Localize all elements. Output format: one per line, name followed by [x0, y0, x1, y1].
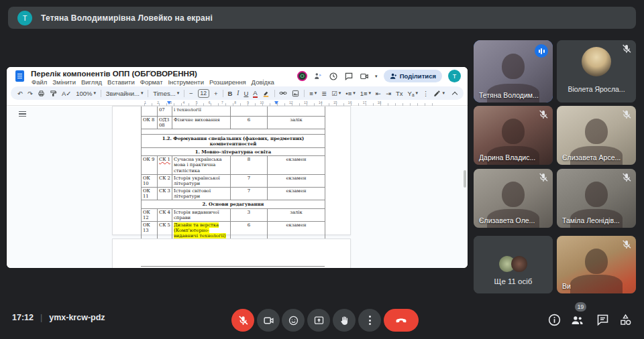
paint-format-icon[interactable] [50, 90, 57, 97]
self-label: Ви [562, 282, 571, 290]
reactions-button[interactable] [282, 309, 305, 332]
raise-hand-button[interactable] [333, 309, 356, 332]
print-icon[interactable] [38, 90, 45, 97]
camera-dropdown-caret[interactable]: ▾ [375, 74, 378, 79]
menu-edit[interactable]: Змінити [52, 78, 76, 86]
indent-marker-right[interactable] [274, 101, 278, 105]
components-table[interactable]: 07 і технології ОК 8 ОДЗ 08 Фізичне вихо… [141, 107, 325, 243]
more-options-button[interactable] [358, 309, 381, 332]
highlighted-text: Дизайн та верстка (Комп'ютерно-видавничі… [174, 222, 226, 239]
docs-title[interactable]: Перелік компонентів ОПП (ОБГОВОРЕННЯ) [31, 70, 197, 78]
mic-off-icon [621, 44, 632, 54]
meeting-info: 17:12 | ymx-krcw-pdz [12, 313, 105, 322]
leave-call-button[interactable] [384, 309, 419, 332]
bulleted-list-icon[interactable]: •≡▾ [345, 90, 355, 97]
docs-toolbar: ↶ ↷ A✓ 100%▾ Звичайни...▾ Times...▾ − 12… [11, 86, 464, 100]
stacked-avatars [499, 256, 527, 272]
bold-button[interactable]: B [227, 90, 232, 97]
participant-name: Таміла Леонідів... [562, 216, 620, 224]
chat-panel-icon[interactable] [596, 313, 610, 327]
font-size-increase[interactable]: + [214, 90, 218, 97]
meet-app: Т Тетяна Володимирівна Ловейко на екрані… [0, 0, 644, 339]
misspelled-text: СК 1 [159, 157, 170, 162]
mic-toggle-button[interactable] [231, 309, 254, 332]
docs-scrollbar[interactable] [464, 170, 466, 188]
insert-image-icon[interactable] [292, 90, 299, 97]
menu-tools[interactable]: Інструменти [168, 78, 204, 86]
share-button-label: Поділитися [400, 72, 436, 80]
tile-self-view[interactable]: Ви [557, 236, 636, 293]
menu-view[interactable]: Вигляд [81, 78, 102, 86]
clear-formatting-icon[interactable]: Tx [396, 90, 403, 97]
align-icon[interactable]: ≡▾ [309, 90, 317, 97]
meet-camera-icon[interactable] [360, 72, 369, 81]
menu-file[interactable]: Файл [32, 78, 47, 86]
italic-button[interactable]: I [237, 90, 239, 96]
participant-name: Єлизавета Оле... [479, 216, 535, 224]
document-page-2[interactable] [112, 239, 351, 268]
zoom-select[interactable]: 100%▾ [76, 90, 96, 97]
docs-canvas[interactable]: 07 і технології ОК 8 ОДЗ 08 Фізичне вихо… [7, 107, 468, 268]
version-history-icon[interactable] [329, 72, 338, 81]
highlight-color-button[interactable] [262, 90, 270, 97]
presenter-hand-icon[interactable] [313, 72, 323, 81]
undo-icon[interactable]: ↶ [17, 90, 23, 97]
table-row: ОК 10 СК 2 Історія української літератур… [142, 174, 325, 187]
line-spacing-icon[interactable]: ≣ [321, 90, 327, 97]
docs-star-icon[interactable]: ☆ [148, 69, 158, 76]
table-row: ОК 11 СК 3 Історія світової літератури 7… [142, 188, 325, 200]
next-table-edge [141, 266, 325, 267]
increase-indent-icon[interactable]: ⇥ [386, 90, 391, 97]
docs-file-icon [15, 70, 24, 82]
menu-help[interactable]: Довідка [252, 78, 274, 86]
mic-off-icon [538, 109, 549, 120]
numbered-list-icon[interactable]: 1≡▾ [360, 90, 371, 97]
account-avatar[interactable]: Т [448, 70, 461, 82]
meeting-details-icon[interactable] [547, 313, 561, 327]
share-button[interactable]: Поділитися [384, 70, 442, 82]
participant-avatar [582, 47, 611, 76]
comments-icon[interactable] [344, 72, 354, 81]
toolbar-more-icon[interactable]: ⋮ [423, 90, 429, 97]
document-outline-icon[interactable] [19, 111, 26, 117]
indent-marker-left[interactable] [167, 101, 171, 105]
present-button[interactable] [307, 309, 330, 332]
styles-select[interactable]: Звичайни...▾ [106, 90, 144, 97]
spellcheck-icon[interactable]: A✓ [62, 90, 71, 97]
screenshare-docs-window: Перелік компонентів ОПП (ОБГОВОРЕННЯ) ☆ … [7, 67, 468, 268]
menu-insert[interactable]: Вставити [107, 78, 135, 86]
tile-participant-6[interactable]: Таміла Леонідів... [557, 169, 636, 228]
underline-button[interactable]: U [244, 90, 248, 97]
presenter-avatar: Т [17, 11, 32, 25]
decrease-indent-icon[interactable]: ⇤ [376, 90, 381, 97]
docs-ruler[interactable]: 1 2 3 4 5 6 7 8 9 10 11 12 13 14 15 16 1… [7, 100, 468, 106]
tile-participant-3[interactable]: Дарина Владис... [474, 106, 553, 165]
document-page-1[interactable]: 07 і технології ОК 8 ОДЗ 08 Фізичне вихо… [112, 106, 351, 235]
editing-mode-button[interactable]: ▾ [433, 90, 445, 97]
redo-icon[interactable]: ↷ [28, 90, 33, 97]
participant-name: Єлизавета Арсе... [562, 153, 621, 161]
hide-menus-button[interactable] [452, 91, 458, 96]
font-select[interactable]: Times...▾ [153, 90, 179, 97]
tile-participant-4[interactable]: Єлизавета Арсе... [557, 106, 636, 165]
tile-participant-1[interactable]: Тетяна Володим... [474, 40, 553, 103]
menu-format[interactable]: Формат [140, 78, 163, 86]
mic-off-icon [621, 172, 632, 183]
divider: | [40, 313, 42, 322]
text-color-button[interactable]: A [253, 89, 257, 98]
font-size-decrease[interactable]: − [189, 90, 193, 97]
tile-more-participants[interactable]: Ще 11 осіб [474, 236, 553, 293]
checklist-icon[interactable]: ☑▾ [331, 90, 341, 97]
menu-extensions[interactable]: Розширення [209, 78, 246, 86]
camera-toggle-button[interactable] [257, 309, 280, 332]
font-size-input[interactable]: 12 [198, 89, 209, 98]
docs-header: Перелік компонентів ОПП (ОБГОВОРЕННЯ) ☆ … [7, 67, 468, 86]
tile-participant-2[interactable]: Віолета Яросла... [557, 40, 636, 103]
people-panel-icon[interactable] [570, 313, 584, 327]
collaborator-avatar[interactable]: О [297, 71, 307, 81]
insert-link-icon[interactable] [279, 89, 287, 97]
translate-icon[interactable]: Yₐ▾ [408, 90, 418, 97]
docs-menubar: Файл Змінити Вигляд Вставити Формат Інст… [32, 78, 274, 86]
activities-icon[interactable] [619, 313, 633, 327]
tile-participant-5[interactable]: Єлизавета Оле... [474, 169, 553, 228]
